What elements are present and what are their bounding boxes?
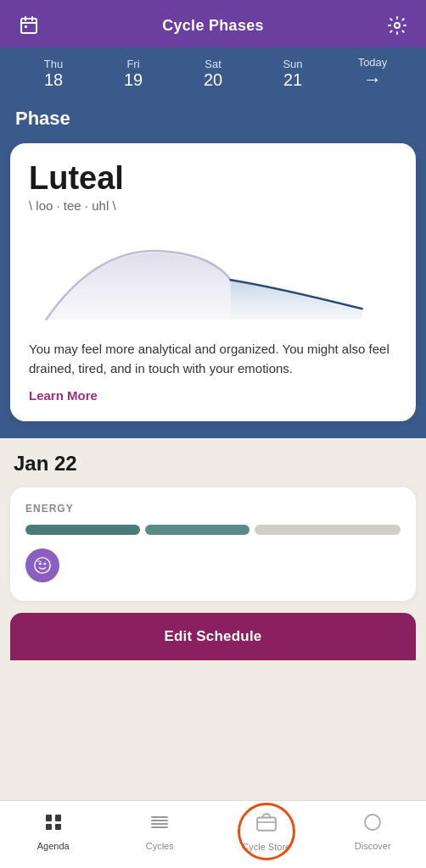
- date-today[interactable]: Today →: [350, 56, 396, 91]
- agenda-nav-label: Agenda: [37, 841, 70, 851]
- today-label: Today: [358, 56, 388, 69]
- svg-rect-12: [55, 824, 61, 830]
- day-name-sat: Sat: [205, 58, 221, 70]
- nav-item-cycles[interactable]: Cycles: [107, 812, 214, 851]
- date-fri[interactable]: Fri 19: [110, 58, 157, 90]
- energy-bar-segment-2: [145, 525, 249, 535]
- today-arrow: →: [363, 69, 382, 91]
- svg-point-7: [39, 563, 42, 565]
- svg-rect-9: [46, 815, 52, 821]
- day-name-thu: Thu: [44, 58, 63, 70]
- discover-icon: [362, 812, 383, 837]
- calendar-icon[interactable]: [15, 12, 42, 39]
- phase-section-label: Phase: [15, 108, 70, 129]
- day-num-thu: 18: [44, 70, 63, 90]
- phase-pronunciation: \ loo · tee · uhl \: [29, 198, 397, 213]
- svg-rect-11: [46, 824, 52, 830]
- cycles-nav-label: Cycles: [146, 841, 174, 851]
- date-sat[interactable]: Sat 20: [190, 58, 237, 90]
- energy-card: ENERGY: [10, 487, 416, 601]
- day-num-fri: 19: [124, 70, 143, 90]
- date-navigation: Thu 18 Fri 19 Sat 20 Sun 21 Today →: [0, 47, 426, 99]
- agenda-icon: [43, 812, 64, 837]
- main-content: Jan 22 ENERGY: [0, 438, 426, 601]
- date-thu[interactable]: Thu 18: [31, 58, 77, 90]
- bottom-navigation: Agenda Cycles Cycle Store: [0, 800, 426, 868]
- edit-schedule-button[interactable]: Edit Schedule: [10, 613, 416, 660]
- svg-rect-0: [21, 19, 36, 33]
- page-title: Cycle Phases: [162, 17, 264, 35]
- energy-mood-icon: [25, 548, 59, 582]
- day-num-sun: 21: [283, 70, 302, 90]
- nav-item-cycle-store[interactable]: Cycle Store: [213, 811, 320, 852]
- phase-section: Phase: [0, 99, 426, 143]
- settings-icon[interactable]: [384, 12, 411, 39]
- svg-rect-4: [25, 25, 27, 28]
- svg-rect-10: [55, 815, 61, 821]
- svg-point-6: [35, 558, 50, 573]
- date-sun[interactable]: Sun 21: [270, 58, 317, 90]
- phase-card: Luteal \ loo · tee · uhl \: [10, 143, 416, 421]
- energy-bar-segment-1: [25, 525, 140, 535]
- energy-bar-segment-3: [255, 525, 401, 535]
- nav-item-discover[interactable]: Discover: [320, 812, 427, 851]
- energy-label: ENERGY: [25, 503, 401, 515]
- cycles-icon: [149, 812, 170, 837]
- svg-point-8: [43, 563, 46, 565]
- svg-point-19: [365, 815, 380, 830]
- cycle-store-icon: [255, 811, 277, 838]
- day-name-fri: Fri: [126, 58, 139, 70]
- nav-item-agenda[interactable]: Agenda: [0, 812, 107, 851]
- app-header: Cycle Phases: [0, 0, 426, 47]
- current-date-heading: Jan 22: [10, 452, 416, 476]
- phase-description: You may feel more analytical and organiz…: [29, 340, 397, 378]
- day-name-sun: Sun: [283, 58, 302, 70]
- svg-point-5: [395, 23, 400, 28]
- energy-bar: [25, 525, 401, 535]
- learn-more-link[interactable]: Learn More: [29, 388, 397, 403]
- phase-name: Luteal: [29, 160, 397, 197]
- cycle-store-nav-label: Cycle Store: [242, 842, 290, 852]
- svg-rect-17: [257, 817, 276, 830]
- phase-chart: [29, 225, 397, 326]
- discover-nav-label: Discover: [355, 841, 391, 851]
- day-num-sat: 20: [204, 70, 222, 90]
